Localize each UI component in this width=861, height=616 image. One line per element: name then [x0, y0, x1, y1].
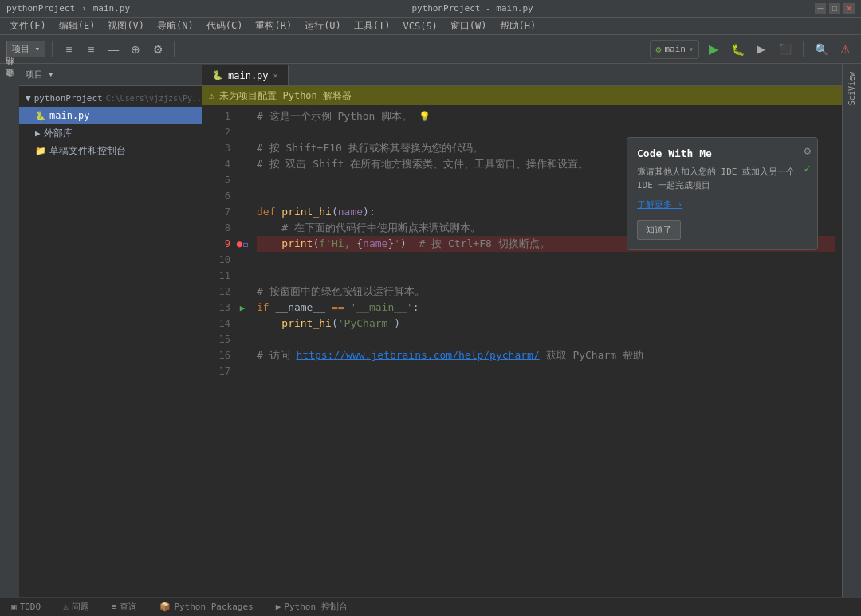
bookmark-icon: ◻ [243, 240, 248, 249]
bottom-panel: ▣ TODO ⚠ 问题 ≡ 查询 📦 Python Packages ▶ Pyt… [0, 597, 861, 616]
sidebar-header-label: 项目 ▾ [26, 69, 53, 80]
code-line-14: print_hi('PyCharm') [257, 316, 835, 332]
sidebar-header: 项目 ▾ [19, 64, 202, 86]
line8-comment: # 在下面的代码行中使用断点来调试脚本。 [281, 220, 481, 236]
param-name: name [338, 204, 363, 220]
menu-refactor[interactable]: 重构(R) [249, 18, 298, 35]
cwm-got-it-button[interactable]: 知道了 [637, 220, 681, 240]
minimize-button[interactable]: ─ [815, 3, 826, 14]
fstring: f'Hi, [319, 236, 356, 252]
code-line-10 [257, 252, 835, 268]
title-bar-title: pythonProject - main.py [130, 3, 815, 14]
line8-indent [257, 220, 281, 236]
eq-op: == [325, 300, 350, 316]
func-params-open: ( [332, 204, 338, 220]
python-packages-tab[interactable]: 📦 Python Packages [155, 600, 258, 614]
close-button[interactable]: ✕ [843, 3, 855, 14]
tree-main-py[interactable]: 🐍 main.py [19, 107, 202, 124]
menu-file[interactable]: 文件(F) [3, 18, 53, 35]
line9-comment: # 按 Ctrl+F8 切换断点。 [419, 236, 550, 252]
editor-tab-main-py[interactable]: 🐍 main.py ✕ [202, 65, 289, 85]
toolbar-settings-btn[interactable]: ⚙ [148, 40, 167, 59]
menu-window[interactable]: 窗口(W) [444, 18, 493, 35]
menu-help[interactable]: 帮助(H) [493, 18, 543, 35]
toolbar-add-btn[interactable]: ⊕ [126, 40, 145, 59]
code-line-17 [257, 363, 835, 379]
folder-open-icon: ▼ [26, 93, 31, 104]
queries-tab[interactable]: ≡ 查询 [107, 599, 143, 614]
run-button[interactable]: ▶ [704, 40, 723, 59]
menu-edit[interactable]: 编辑(E) [53, 18, 102, 35]
python-packages-label: Python Packages [174, 602, 253, 612]
cwm-learn-more-link[interactable]: 了解更多 › [637, 198, 808, 210]
stop-btn[interactable]: ⬛ [776, 40, 795, 59]
run-coverage-btn[interactable]: ▶ [752, 40, 771, 59]
cwm-settings-icon[interactable]: ⚙ [804, 144, 811, 157]
line3-comment: # 按 Shift+F10 执行或将其替换为您的代码。 [257, 140, 483, 156]
sciview-tab[interactable]: SciView [846, 67, 858, 110]
structure-tab[interactable]: 结构 [2, 67, 17, 77]
warning-icon: ⚠ [209, 90, 214, 101]
menu-code[interactable]: 代码(C) [200, 18, 250, 35]
menu-view[interactable]: 视图(V) [101, 18, 151, 35]
maximize-button[interactable]: □ [829, 3, 840, 14]
tab-close-icon[interactable]: ✕ [273, 71, 278, 80]
line14-paren-open: ( [332, 316, 338, 332]
tree-external-libs-label: 外部库 [44, 127, 73, 140]
python-console-tab[interactable]: ▶ Python 控制台 [271, 599, 352, 614]
cwm-title: Code With Me [637, 147, 808, 159]
pycharm-string: 'PyCharm' [338, 316, 394, 332]
tab-label: main.py [228, 70, 269, 81]
menu-tools[interactable]: 工具(T) [348, 18, 397, 35]
def-keyword: def [257, 204, 281, 220]
tree-scratches-label: 草稿文件和控制台 [49, 144, 126, 158]
menu-run[interactable]: 运行(U) [298, 18, 348, 35]
todo-tab[interactable]: ▣ TODO [6, 600, 45, 614]
cwm-description: 邀请其他人加入您的 IDE 或加入另一个 IDE 一起完成项目 [637, 166, 808, 192]
breakpoint-icon[interactable]: ● [237, 238, 242, 249]
debug-button[interactable]: 🐛 [728, 40, 747, 59]
toolbar-list-btn[interactable]: ≡ [81, 40, 100, 59]
run-config-icon: ⚙ [655, 44, 661, 55]
favorites-tab[interactable]: 收藏 [2, 78, 17, 88]
menu-vcs[interactable]: VCS(S) [397, 18, 444, 35]
pycharm-link[interactable]: https://www.jetbrains.com/help/pycharm/ [296, 347, 539, 363]
python-console-label: Python 控制台 [284, 601, 347, 613]
line16-comment-suffix: 获取 PyCharm 帮助 [540, 347, 643, 363]
separator: › [81, 3, 87, 14]
run-gutter-icon[interactable]: ▶ [240, 303, 246, 313]
fstring-brace-open: { [356, 236, 363, 252]
toolbar-separator-btn[interactable]: — [104, 40, 123, 59]
line12-comment: # 按窗面中的绿色按钮以运行脚本。 [257, 284, 425, 300]
project-name: pythonProject [6, 3, 75, 14]
main-string: '__main__' [350, 300, 412, 316]
fstring-name: name [363, 236, 387, 252]
print-hi-call: print_hi [281, 316, 332, 332]
dunder-name: __name__ [275, 300, 325, 316]
line14-indent [257, 316, 281, 332]
gutter: ● ◻ ▶ [234, 105, 250, 597]
code-editor[interactable]: 1 2 3 4 5 6 7 8 9 10 11 12 13 14 15 16 1… [202, 105, 842, 597]
tree-project-name: pythonProject [34, 93, 103, 104]
problems-tab[interactable]: ⚠ 问题 [58, 599, 94, 614]
cwm-check-icon: ✓ [804, 162, 811, 175]
tree-project-root[interactable]: ▼ pythonProject C:\Users\vjzjzs\Py... [19, 89, 202, 107]
title-bar-left: pythonProject › main.py [6, 3, 130, 14]
file-name: main.py [93, 3, 130, 14]
tree-scratches[interactable]: 📁 草稿文件和控制台 [19, 142, 202, 159]
fstring-end: ' [394, 236, 400, 252]
lightbulb-icon[interactable]: 💡 [419, 108, 431, 124]
folder-collapsed-icon: ▶ [35, 128, 41, 139]
toolbar-structure-btn[interactable]: ≡ [59, 40, 78, 59]
toolbar-separator [52, 41, 53, 57]
settings-btn[interactable]: ⚠ [835, 40, 855, 59]
tree-project-path: C:\Users\vjzjzs\Py... [106, 94, 202, 103]
print-func: print [281, 236, 313, 252]
code-with-me-popup: ⚙ ✓ Code With Me 邀请其他人加入您的 IDE 或加入另一个 ID… [627, 137, 818, 250]
menu-bar: 文件(F) 编辑(E) 视图(V) 导航(N) 代码(C) 重构(R) 运行(U… [0, 18, 861, 35]
menu-navigate[interactable]: 导航(N) [151, 18, 200, 35]
problems-label: 问题 [72, 601, 89, 613]
tree-external-libs[interactable]: ▶ 外部库 [19, 124, 202, 142]
project-selector[interactable]: 项目 ▾ [6, 41, 45, 57]
search-everywhere-btn[interactable]: 🔍 [812, 40, 831, 59]
